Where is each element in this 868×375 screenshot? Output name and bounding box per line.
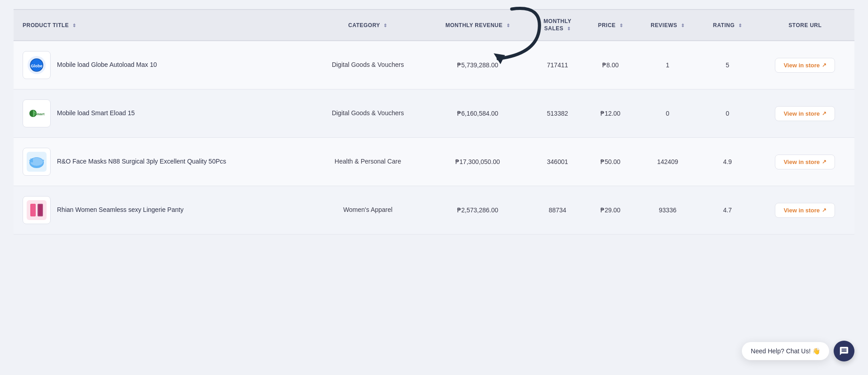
- sort-icon-reviews: ⇕: [681, 23, 684, 28]
- cell-price-0: ₱8.00: [585, 41, 636, 89]
- products-table: PRODUCT TITLE ⇕ CATEGORY ⇕ MONTHLY REVEN…: [14, 9, 854, 234]
- col-header-price[interactable]: PRICE ⇕: [585, 9, 636, 41]
- sort-icon-monthly-revenue: ⇕: [506, 23, 510, 28]
- svg-rect-19: [32, 205, 36, 216]
- cell-monthly-sales-3: 88734: [530, 186, 585, 234]
- product-title-text-2: R&O Face Masks N88 Surgical 3ply Excelle…: [57, 157, 226, 166]
- sort-icon-price: ⇕: [619, 23, 623, 28]
- product-thumb-2: [23, 148, 51, 176]
- svg-line-13: [43, 160, 44, 161]
- cell-category-2: Health & Personal Care: [311, 138, 425, 186]
- product-thumb-1: Smart: [23, 99, 51, 127]
- cell-store-url-0: View in store ↗: [756, 41, 854, 89]
- cell-monthly-sales-2: 346001: [530, 138, 585, 186]
- cell-store-url-1: View in store ↗: [756, 89, 854, 138]
- cell-reviews-1: 0: [636, 89, 699, 138]
- product-thumb-0: Globe: [23, 51, 51, 79]
- col-header-store-url: STORE URL: [756, 9, 854, 41]
- cell-price-2: ₱50.00: [585, 138, 636, 186]
- table-row: Rhian Women Seamless sexy Lingerie Panty…: [14, 186, 854, 234]
- col-header-reviews[interactable]: REVIEWS ⇕: [636, 9, 699, 41]
- sort-icon-category: ⇕: [383, 23, 387, 28]
- table-row: Smart Mobile load Smart Eload 15 Digital…: [14, 89, 854, 138]
- svg-rect-17: [27, 200, 47, 220]
- external-link-icon-1: ↗: [822, 110, 826, 117]
- cell-monthly-revenue-2: ₱17,300,050.00: [425, 138, 530, 186]
- cell-price-3: ₱29.00: [585, 186, 636, 234]
- product-thumb-3: [23, 196, 51, 224]
- cell-product-title-0: Globe Mobile load Globe Autoload Max 10: [14, 41, 311, 89]
- view-store-button-3[interactable]: View in store ↗: [775, 203, 835, 218]
- sort-icon-product-title: ⇕: [72, 23, 76, 28]
- product-title-text-0: Mobile load Globe Autoload Max 10: [57, 61, 157, 70]
- cell-rating-3: 4.7: [699, 186, 756, 234]
- col-header-monthly-sales[interactable]: MONTHLYSALES ⇕: [530, 9, 585, 41]
- view-store-button-2[interactable]: View in store ↗: [775, 155, 835, 169]
- cell-product-title-2: R&O Face Masks N88 Surgical 3ply Excelle…: [14, 138, 311, 186]
- sort-icon-monthly-sales: ⇕: [567, 26, 571, 32]
- chat-bubble-text: Need Help? Chat Us! 👋: [751, 347, 820, 355]
- product-title-text-1: Mobile load Smart Eload 15: [57, 109, 135, 118]
- cell-reviews-3: 93336: [636, 186, 699, 234]
- cell-product-title-3: Rhian Women Seamless sexy Lingerie Panty: [14, 186, 311, 234]
- product-title-text-3: Rhian Women Seamless sexy Lingerie Panty: [57, 206, 184, 215]
- external-link-icon-3: ↗: [822, 207, 826, 213]
- cell-monthly-sales-1: 513382: [530, 89, 585, 138]
- col-header-category[interactable]: CATEGORY ⇕: [311, 9, 425, 41]
- cell-rating-2: 4.9: [699, 138, 756, 186]
- table-row: R&O Face Masks N88 Surgical 3ply Excelle…: [14, 138, 854, 186]
- cell-monthly-revenue-1: ₱6,160,584.00: [425, 89, 530, 138]
- cell-rating-0: 5: [699, 41, 756, 89]
- cell-rating-1: 0: [699, 89, 756, 138]
- svg-text:Smart: Smart: [34, 112, 45, 116]
- svg-rect-21: [38, 205, 42, 216]
- chat-widget: Need Help? Chat Us! 👋: [742, 341, 854, 361]
- svg-line-12: [29, 160, 30, 161]
- sort-icon-rating: ⇕: [738, 23, 742, 28]
- cell-category-0: Digital Goods & Vouchers: [311, 41, 425, 89]
- cell-monthly-revenue-0: ₱5,739,288.00: [425, 41, 530, 89]
- cell-category-1: Digital Goods & Vouchers: [311, 89, 425, 138]
- chat-button[interactable]: [834, 341, 854, 361]
- external-link-icon-0: ↗: [822, 62, 826, 68]
- cell-price-1: ₱12.00: [585, 89, 636, 138]
- chat-bubble: Need Help? Chat Us! 👋: [742, 342, 829, 360]
- view-store-button-1[interactable]: View in store ↗: [775, 106, 835, 121]
- view-store-button-0[interactable]: View in store ↗: [775, 58, 835, 73]
- cell-monthly-sales-0: 717411: [530, 41, 585, 89]
- table-header-row: PRODUCT TITLE ⇕ CATEGORY ⇕ MONTHLY REVEN…: [14, 9, 854, 41]
- cell-store-url-2: View in store ↗: [756, 138, 854, 186]
- col-header-product-title[interactable]: PRODUCT TITLE ⇕: [14, 9, 311, 41]
- cell-reviews-0: 1: [636, 41, 699, 89]
- cell-monthly-revenue-3: ₱2,573,286.00: [425, 186, 530, 234]
- col-header-rating[interactable]: RATING ⇕: [699, 9, 756, 41]
- col-header-monthly-revenue[interactable]: MONTHLY REVENUE ⇕: [425, 9, 530, 41]
- table-container: PRODUCT TITLE ⇕ CATEGORY ⇕ MONTHLY REVEN…: [0, 0, 868, 375]
- external-link-icon-2: ↗: [822, 159, 826, 165]
- svg-text:Globe: Globe: [31, 64, 42, 68]
- cell-category-3: Women's Apparel: [311, 186, 425, 234]
- cell-product-title-1: Smart Mobile load Smart Eload 15: [14, 89, 311, 138]
- chat-icon: [839, 346, 849, 356]
- table-row: Globe Mobile load Globe Autoload Max 10 …: [14, 41, 854, 89]
- cell-reviews-2: 142409: [636, 138, 699, 186]
- cell-store-url-3: View in store ↗: [756, 186, 854, 234]
